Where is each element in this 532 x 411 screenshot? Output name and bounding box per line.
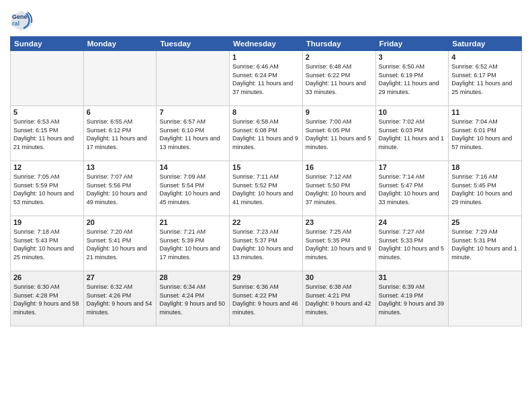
day-number: 14 xyxy=(159,163,226,171)
calendar-cell xyxy=(157,51,230,106)
calendar-cell: 13Sunrise: 7:07 AM Sunset: 5:56 PM Dayli… xyxy=(83,161,157,216)
calendar-cell: 25Sunrise: 7:29 AM Sunset: 5:31 PM Dayli… xyxy=(449,216,522,271)
day-info: Sunrise: 6:38 AM Sunset: 4:21 PM Dayligh… xyxy=(306,283,373,316)
calendar-table: SundayMondayTuesdayWednesdayThursdayFrid… xyxy=(10,36,522,326)
calendar-cell: 23Sunrise: 7:25 AM Sunset: 5:35 PM Dayli… xyxy=(302,216,375,271)
day-number: 30 xyxy=(306,273,373,281)
calendar-cell: 22Sunrise: 7:23 AM Sunset: 5:37 PM Dayli… xyxy=(230,216,303,271)
weekday-header-thursday: Thursday xyxy=(302,37,375,51)
day-number: 4 xyxy=(451,53,519,61)
svg-text:ral: ral xyxy=(12,20,19,27)
day-number: 3 xyxy=(379,53,446,61)
day-number: 28 xyxy=(159,273,226,281)
header: Gene- ral xyxy=(10,7,522,32)
day-info: Sunrise: 6:34 AM Sunset: 4:24 PM Dayligh… xyxy=(159,283,226,316)
day-info: Sunrise: 6:50 AM Sunset: 6:19 PM Dayligh… xyxy=(379,62,446,96)
calendar-cell: 17Sunrise: 7:14 AM Sunset: 5:47 PM Dayli… xyxy=(375,161,449,216)
calendar-cell xyxy=(449,271,522,326)
day-number: 20 xyxy=(87,218,154,226)
day-number: 22 xyxy=(232,218,300,226)
calendar-cell: 11Sunrise: 7:04 AM Sunset: 6:01 PM Dayli… xyxy=(449,106,522,161)
calendar-cell xyxy=(11,51,84,106)
day-info: Sunrise: 7:09 AM Sunset: 5:54 PM Dayligh… xyxy=(159,173,226,206)
calendar-cell: 18Sunrise: 7:16 AM Sunset: 5:45 PM Dayli… xyxy=(449,161,522,216)
weekday-header-row: SundayMondayTuesdayWednesdayThursdayFrid… xyxy=(11,37,522,51)
day-number: 10 xyxy=(379,108,446,116)
day-info: Sunrise: 7:27 AM Sunset: 5:33 PM Dayligh… xyxy=(379,228,446,261)
day-info: Sunrise: 6:46 AM Sunset: 6:24 PM Dayligh… xyxy=(232,62,300,96)
day-info: Sunrise: 7:29 AM Sunset: 5:31 PM Dayligh… xyxy=(451,228,519,261)
calendar-cell: 28Sunrise: 6:34 AM Sunset: 4:24 PM Dayli… xyxy=(157,271,230,326)
day-number: 2 xyxy=(306,53,373,61)
day-number: 16 xyxy=(306,163,373,171)
calendar-cell: 16Sunrise: 7:12 AM Sunset: 5:50 PM Dayli… xyxy=(302,161,375,216)
calendar-cell: 27Sunrise: 6:32 AM Sunset: 4:26 PM Dayli… xyxy=(83,271,157,326)
day-info: Sunrise: 6:58 AM Sunset: 6:08 PM Dayligh… xyxy=(232,118,300,151)
calendar-cell: 29Sunrise: 6:36 AM Sunset: 4:22 PM Dayli… xyxy=(230,271,303,326)
day-info: Sunrise: 7:23 AM Sunset: 5:37 PM Dayligh… xyxy=(232,228,300,261)
calendar-cell: 21Sunrise: 7:21 AM Sunset: 5:39 PM Dayli… xyxy=(157,216,230,271)
weekday-header-friday: Friday xyxy=(375,37,449,51)
day-info: Sunrise: 7:05 AM Sunset: 5:59 PM Dayligh… xyxy=(13,173,81,206)
day-info: Sunrise: 6:55 AM Sunset: 6:12 PM Dayligh… xyxy=(87,118,154,151)
calendar-cell: 15Sunrise: 7:11 AM Sunset: 5:52 PM Dayli… xyxy=(230,161,303,216)
logo: Gene- ral xyxy=(10,9,35,32)
calendar-cell: 3Sunrise: 6:50 AM Sunset: 6:19 PM Daylig… xyxy=(375,51,449,106)
calendar-cell: 1Sunrise: 6:46 AM Sunset: 6:24 PM Daylig… xyxy=(230,51,303,106)
day-number: 11 xyxy=(451,108,519,116)
day-info: Sunrise: 6:36 AM Sunset: 4:22 PM Dayligh… xyxy=(232,283,300,316)
day-info: Sunrise: 7:14 AM Sunset: 5:47 PM Dayligh… xyxy=(379,173,446,206)
day-number: 21 xyxy=(159,218,226,226)
calendar-cell: 6Sunrise: 6:55 AM Sunset: 6:12 PM Daylig… xyxy=(83,106,157,161)
day-info: Sunrise: 7:11 AM Sunset: 5:52 PM Dayligh… xyxy=(232,173,300,206)
calendar-cell: 2Sunrise: 6:48 AM Sunset: 6:22 PM Daylig… xyxy=(302,51,375,106)
day-info: Sunrise: 6:30 AM Sunset: 4:28 PM Dayligh… xyxy=(13,283,81,316)
day-number: 31 xyxy=(379,273,446,281)
calendar-week-row: 5Sunrise: 6:53 AM Sunset: 6:15 PM Daylig… xyxy=(11,106,522,161)
calendar-cell: 10Sunrise: 7:02 AM Sunset: 6:03 PM Dayli… xyxy=(375,106,449,161)
day-info: Sunrise: 7:04 AM Sunset: 6:01 PM Dayligh… xyxy=(451,118,519,151)
day-number: 26 xyxy=(13,273,81,281)
day-number: 19 xyxy=(13,218,81,226)
day-info: Sunrise: 7:07 AM Sunset: 5:56 PM Dayligh… xyxy=(87,173,154,206)
day-info: Sunrise: 7:20 AM Sunset: 5:41 PM Dayligh… xyxy=(87,228,154,261)
day-info: Sunrise: 7:00 AM Sunset: 6:05 PM Dayligh… xyxy=(306,118,373,151)
day-number: 18 xyxy=(451,163,519,171)
calendar-week-row: 26Sunrise: 6:30 AM Sunset: 4:28 PM Dayli… xyxy=(11,271,522,326)
day-info: Sunrise: 7:21 AM Sunset: 5:39 PM Dayligh… xyxy=(159,228,226,261)
calendar-page: Gene- ral SundayMondayTuesdayWednesdayTh… xyxy=(0,0,532,411)
day-info: Sunrise: 6:57 AM Sunset: 6:10 PM Dayligh… xyxy=(159,118,226,151)
calendar-cell: 12Sunrise: 7:05 AM Sunset: 5:59 PM Dayli… xyxy=(11,161,84,216)
day-number: 23 xyxy=(306,218,373,226)
calendar-week-row: 19Sunrise: 7:18 AM Sunset: 5:43 PM Dayli… xyxy=(11,216,522,271)
day-number: 17 xyxy=(379,163,446,171)
day-info: Sunrise: 7:18 AM Sunset: 5:43 PM Dayligh… xyxy=(13,228,81,261)
day-number: 27 xyxy=(87,273,154,281)
calendar-cell: 24Sunrise: 7:27 AM Sunset: 5:33 PM Dayli… xyxy=(375,216,449,271)
weekday-header-saturday: Saturday xyxy=(449,37,522,51)
day-number: 1 xyxy=(232,53,300,61)
day-info: Sunrise: 7:02 AM Sunset: 6:03 PM Dayligh… xyxy=(379,118,446,151)
calendar-cell xyxy=(83,51,157,106)
day-info: Sunrise: 7:16 AM Sunset: 5:45 PM Dayligh… xyxy=(451,173,519,206)
weekday-header-tuesday: Tuesday xyxy=(157,37,230,51)
calendar-week-row: 12Sunrise: 7:05 AM Sunset: 5:59 PM Dayli… xyxy=(11,161,522,216)
day-info: Sunrise: 7:12 AM Sunset: 5:50 PM Dayligh… xyxy=(306,173,373,206)
calendar-cell: 7Sunrise: 6:57 AM Sunset: 6:10 PM Daylig… xyxy=(157,106,230,161)
day-info: Sunrise: 6:39 AM Sunset: 4:19 PM Dayligh… xyxy=(379,283,446,316)
day-number: 15 xyxy=(232,163,300,171)
day-number: 5 xyxy=(13,108,81,116)
day-info: Sunrise: 6:32 AM Sunset: 4:26 PM Dayligh… xyxy=(87,283,154,316)
weekday-header-sunday: Sunday xyxy=(11,37,84,51)
weekday-header-wednesday: Wednesday xyxy=(230,37,303,51)
calendar-week-row: 1Sunrise: 6:46 AM Sunset: 6:24 PM Daylig… xyxy=(11,51,522,106)
day-number: 9 xyxy=(306,108,373,116)
calendar-cell: 8Sunrise: 6:58 AM Sunset: 6:08 PM Daylig… xyxy=(230,106,303,161)
calendar-cell: 26Sunrise: 6:30 AM Sunset: 4:28 PM Dayli… xyxy=(11,271,84,326)
calendar-cell: 30Sunrise: 6:38 AM Sunset: 4:21 PM Dayli… xyxy=(302,271,375,326)
calendar-cell: 4Sunrise: 6:52 AM Sunset: 6:17 PM Daylig… xyxy=(449,51,522,106)
day-number: 7 xyxy=(159,108,226,116)
day-number: 6 xyxy=(87,108,154,116)
calendar-cell: 31Sunrise: 6:39 AM Sunset: 4:19 PM Dayli… xyxy=(375,271,449,326)
day-info: Sunrise: 6:48 AM Sunset: 6:22 PM Dayligh… xyxy=(306,62,373,96)
